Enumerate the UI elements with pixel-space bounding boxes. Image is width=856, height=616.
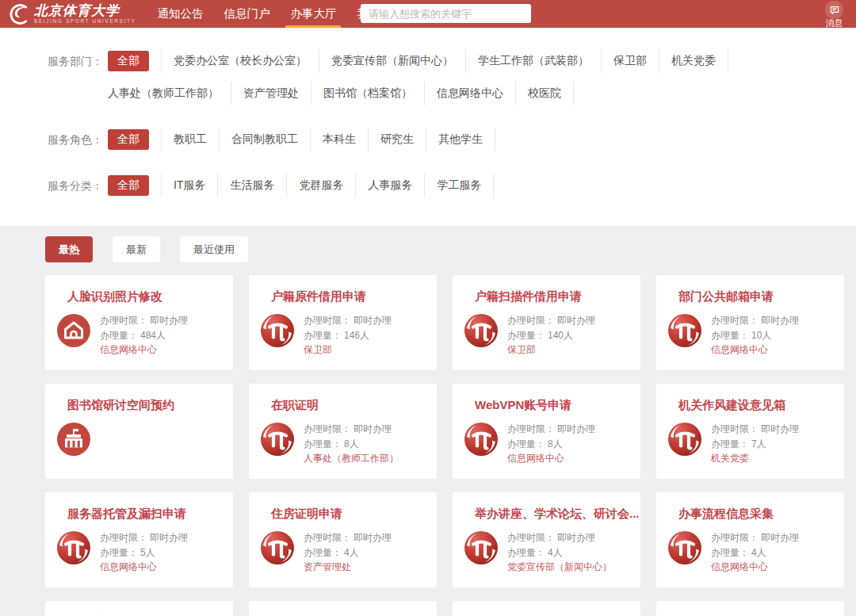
filter-row: 服务角色： 全部 教职工 合同制教职工 本科生 xyxy=(48,128,856,160)
filter-option[interactable]: 本科生 xyxy=(323,128,369,151)
processing-volume: 办理量：4人 xyxy=(507,545,612,561)
processing-time-label: 办理时限： xyxy=(507,423,555,434)
processing-volume-label: 办理量： xyxy=(711,438,749,450)
tab[interactable]: 最新 xyxy=(113,236,160,262)
processing-time-value: 即时办理 xyxy=(557,423,595,434)
filter-option-label: 教职工 xyxy=(174,132,207,147)
department-label: 党委宣传部（新闻中心） xyxy=(507,560,612,575)
nav-item[interactable]: 信息门户 xyxy=(217,0,276,28)
service-card[interactable]: 校内悬挂、张贴、摆放宣传制... 办理时限： 办理量： xyxy=(453,601,640,616)
hall-logo-icon xyxy=(259,530,296,566)
service-card[interactable]: 机关作风建设意见箱 办理时限：即时办理 办理量：7人 xyxy=(656,384,844,479)
processing-volume: 办理量：4人 xyxy=(711,545,799,561)
tab[interactable]: 最近使用 xyxy=(180,236,248,262)
filter-option[interactable]: 机关党委 xyxy=(671,49,728,73)
card-body: 办理时限：即时办理 办理量：5人 信息网络中心 xyxy=(45,530,233,575)
filter-option[interactable]: 学工服务 xyxy=(437,174,494,197)
filter-option[interactable]: IT服务 xyxy=(174,174,218,197)
filter-option[interactable]: 全部 xyxy=(108,174,162,197)
filter-option-label: 资产管理处 xyxy=(243,86,299,101)
filter-option-label: 人事处（教师工作部） xyxy=(108,86,219,101)
filter-option[interactable]: 研究生 xyxy=(380,128,426,151)
service-card[interactable]: 人脸识别照片修改 办理时限：即时办理 办理量：484人 信息网络中心 xyxy=(45,275,233,370)
filter-option[interactable]: 合同制教职工 xyxy=(231,128,311,151)
processing-volume-value: 8人 xyxy=(548,438,563,450)
processing-time-label: 办理时限： xyxy=(304,532,351,543)
service-card[interactable]: 科技查新 办理时限： 办理量： xyxy=(249,601,437,616)
processing-volume-value: 10人 xyxy=(751,330,771,341)
nav-item[interactable]: 通知公告 xyxy=(151,0,209,28)
message-button[interactable]: 消息 xyxy=(825,0,843,28)
filter-option[interactable]: 校医院 xyxy=(528,82,574,105)
hall-logo-icon xyxy=(667,530,703,566)
filter-option[interactable]: 学生工作部（武装部） xyxy=(478,49,602,73)
service-card[interactable]: 部门公共邮箱申请 办理时限：即时办理 办理量：10人 xyxy=(656,275,844,370)
department-label: 人事处（教师工作部） xyxy=(304,451,399,466)
filter-option[interactable]: 图书馆（档案馆） xyxy=(323,82,425,105)
card-body: 办理时限：即时办理 办理量：7人 机关党委 xyxy=(656,421,844,466)
service-card[interactable]: 在职证明 办理时限：即时办理 办理量：8人 xyxy=(249,384,437,479)
processing-time-value: 即时办理 xyxy=(557,532,595,543)
filter-option-label: 人事服务 xyxy=(368,178,412,193)
university-logo: 北京体育大学 BEIJING SPORT UNIVERSITY xyxy=(6,2,136,26)
processing-volume-label: 办理量： xyxy=(507,547,545,558)
service-card[interactable]: 户籍原件借用申请 办理时限：即时办理 办理量：146人 xyxy=(249,275,437,370)
filter-option[interactable]: 人事处（教师工作部） xyxy=(108,82,231,105)
filter-option[interactable]: 人事服务 xyxy=(368,174,425,197)
processing-time-value: 即时办理 xyxy=(353,423,392,434)
library-icon xyxy=(55,421,92,457)
filter-option[interactable]: 全部 xyxy=(108,49,162,73)
nav-item[interactable]: 办事大厅 xyxy=(284,0,342,28)
card-title: 图书馆研讨空间预约 xyxy=(45,384,233,413)
processing-volume-label: 办理量： xyxy=(100,547,138,558)
service-card[interactable]: 图书馆研讨空间预约 办理时限： 办理量： xyxy=(45,384,233,479)
card-title: 部门公共邮箱申请 xyxy=(656,275,844,304)
filter-option[interactable]: 生活服务 xyxy=(230,174,287,197)
processing-time-value: 即时办理 xyxy=(150,532,188,543)
card-title: 户籍原件借用申请 xyxy=(249,275,437,304)
filter-option[interactable]: 教职工 xyxy=(174,128,220,151)
hall-logo-icon xyxy=(259,312,296,349)
service-card[interactable]: 户籍扫描件借用申请 办理时限：即时办理 办理量：140人 xyxy=(453,275,640,370)
service-card[interactable]: WebVPN账号申请 办理时限：即时办理 办理量：8人 xyxy=(453,384,640,479)
processing-volume: 办理量：5人 xyxy=(100,545,188,561)
processing-volume: 办理量：4人 xyxy=(304,545,392,561)
filter-option[interactable]: 其他学生 xyxy=(438,128,495,151)
filter-option[interactable]: 党群服务 xyxy=(299,174,356,197)
filter-option[interactable]: 资产管理处 xyxy=(243,82,311,105)
card-stats: 办理时限：即时办理 办理量：8人 信息网络中心 xyxy=(507,421,595,466)
processing-volume: 办理量：140人 xyxy=(507,328,595,343)
filter-label: 服务部门： xyxy=(48,49,108,114)
hall-logo-icon xyxy=(667,421,703,457)
processing-volume-value: 7人 xyxy=(751,438,766,450)
card-stats: 办理时限：即时办理 办理量：4人 信息网络中心 xyxy=(711,530,799,575)
service-card[interactable]: 举办讲座、学术论坛、研讨会... 办理时限：即时办理 办理量 xyxy=(453,492,640,587)
filter-option[interactable]: 信息网络中心 xyxy=(437,82,516,105)
service-card[interactable]: 信息系统集成申请 办理时限： 办理量： xyxy=(45,601,233,616)
processing-time: 办理时限：即时办理 xyxy=(100,313,188,328)
processing-time-label: 办理时限： xyxy=(507,315,555,326)
filter-option[interactable]: 党委宣传部（新闻中心） xyxy=(331,49,466,73)
processing-time: 办理时限：即时办理 xyxy=(711,422,799,437)
tab[interactable]: 最热 xyxy=(45,236,93,262)
service-card[interactable]: 校内LED显示屏预约 办理时限： 办理量： xyxy=(656,601,844,616)
processing-time-value: 即时办理 xyxy=(353,315,392,326)
filter-option[interactable]: 保卫部 xyxy=(613,49,659,73)
message-bubble-icon xyxy=(825,1,843,19)
search-input[interactable] xyxy=(361,4,531,23)
card-body: 办理时限：即时办理 办理量：146人 保卫部 xyxy=(249,312,437,358)
processing-volume: 办理量：8人 xyxy=(304,437,399,452)
processing-volume-value: 5人 xyxy=(140,547,155,558)
service-card[interactable]: 办事流程信息采集 办理时限：即时办理 办理量：4人 xyxy=(656,492,844,587)
processing-volume: 办理量：7人 xyxy=(711,437,799,452)
processing-volume: 办理量：484人 xyxy=(100,328,188,343)
filter-option[interactable]: 党委办公室（校长办公室） xyxy=(174,49,319,73)
card-title: 科技查新 xyxy=(249,601,437,616)
service-card[interactable]: 住房证明申请 办理时限：即时办理 办理量：4人 xyxy=(249,492,437,587)
filter-option[interactable]: 全部 xyxy=(108,128,162,151)
university-name-cn: 北京体育大学 xyxy=(34,4,136,18)
processing-volume-value: 8人 xyxy=(344,438,359,450)
processing-volume-value: 4人 xyxy=(344,547,359,558)
service-card[interactable]: 服务器托管及漏扫申请 办理时限：即时办理 办理量：5人 xyxy=(45,492,233,587)
filter-row: 服务部门： 全部 党委办公室（校长办公室） 党委宣传部（新闻中心） xyxy=(48,49,856,114)
